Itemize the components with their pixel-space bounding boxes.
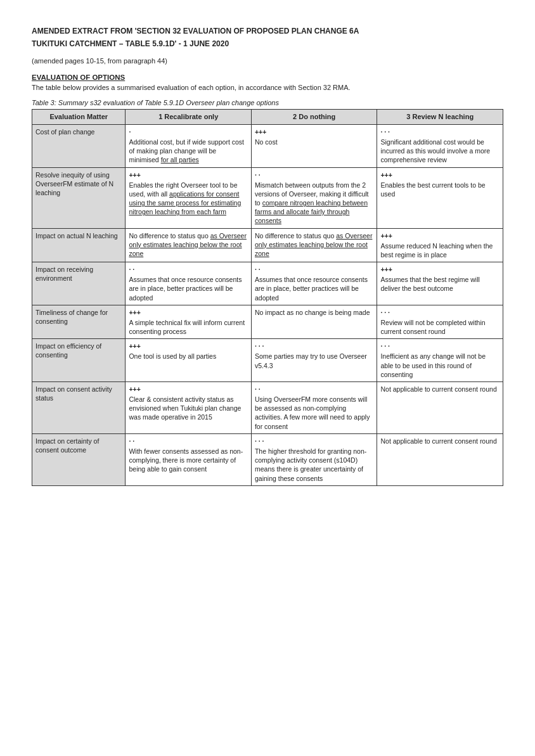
title-line1: AMENDED EXTRACT FROM 'SECTION 32 EVALUAT… [32, 25, 503, 37]
table-row: Impact on consent activity status+++Clea… [32, 381, 503, 433]
cell-col2: · · ·The higher threshold for granting n… [251, 433, 377, 485]
evaluation-table: Evaluation Matter 1 Recalibrate only 2 D… [32, 109, 503, 486]
cell-matter: Impact on actual N leaching [32, 228, 126, 262]
table-row: Timeliness of change for consenting+++A … [32, 305, 503, 339]
cell-matter: Impact on efficiency of consenting [32, 339, 126, 382]
cell-col3: +++Assumes that the best regime will del… [377, 262, 503, 305]
table-row: Impact on actual N leachingNo difference… [32, 228, 503, 262]
amended-note: (amended pages 10-15, from paragraph 44) [32, 57, 503, 65]
cell-matter: Cost of plan change [32, 124, 126, 167]
table-row: Impact on efficiency of consenting+++One… [32, 339, 503, 382]
cell-col3: Not applicable to current consent round [377, 381, 503, 433]
cell-col3: · · ·Inefficient as any change will not … [377, 339, 503, 382]
section-heading: Evaluation of Options [32, 74, 503, 81]
col-header-nothing: 2 Do nothing [251, 110, 377, 125]
cell-col2: · ·Using OverseerFM more consents will b… [251, 381, 377, 433]
cell-col2: · ·Assumes that once resource consents a… [251, 262, 377, 305]
cell-col1: No difference to status quo as Overseer … [126, 228, 252, 262]
table-row: Cost of plan change·Additional cost, but… [32, 124, 503, 167]
table-row: Impact on receiving environment· ·Assume… [32, 262, 503, 305]
cell-col2: +++No cost [251, 124, 377, 167]
cell-col2: · · ·Some parties may try to use Oversee… [251, 339, 377, 382]
cell-col1: · ·With fewer consents assessed as non-c… [126, 433, 252, 485]
cell-col1: +++Enables the right Overseer tool to be… [126, 167, 252, 228]
cell-matter: Impact on receiving environment [32, 262, 126, 305]
cell-col3: · · ·Review will not be completed within… [377, 305, 503, 339]
section-desc: The table below provides a summarised ev… [32, 84, 503, 91]
col-header-review: 3 Review N leaching [377, 110, 503, 125]
cell-col2: No impact as no change is being made [251, 305, 377, 339]
cell-col1: · ·Assumes that once resource consents a… [126, 262, 252, 305]
cell-col1: +++Clear & consistent activity status as… [126, 381, 252, 433]
cell-col3: +++Assume reduced N leaching when the be… [377, 228, 503, 262]
col-header-recalibrate: 1 Recalibrate only [126, 110, 252, 125]
cell-col2: · ·Mismatch between outputs from the 2 v… [251, 167, 377, 228]
main-title: AMENDED EXTRACT FROM 'SECTION 32 EVALUAT… [32, 25, 503, 49]
cell-col3: +++Enables the best current tools to be … [377, 167, 503, 228]
table-row: Resolve inequity of using OverseerFM est… [32, 167, 503, 228]
cell-matter: Impact on consent activity status [32, 381, 126, 433]
table-caption: Table 3: Summary s32 evaluation of Table… [32, 99, 503, 106]
table-row: Impact on certainty of consent outcome· … [32, 433, 503, 485]
title-line2: TUKITUKI CATCHMENT – TABLE 5.9.1D' - 1 J… [32, 38, 503, 49]
cell-col3: Not applicable to current consent round [377, 433, 503, 485]
cell-matter: Impact on certainty of consent outcome [32, 433, 126, 485]
cell-matter: Timeliness of change for consenting [32, 305, 126, 339]
cell-col1: ·Additional cost, but if wide support co… [126, 124, 252, 167]
cell-col1: +++One tool is used by all parties [126, 339, 252, 382]
cell-col2: No difference to status quo as Overseer … [251, 228, 377, 262]
col-header-matter: Evaluation Matter [32, 110, 126, 125]
cell-matter: Resolve inequity of using OverseerFM est… [32, 167, 126, 228]
cell-col1: +++A simple technical fix will inform cu… [126, 305, 252, 339]
cell-col3: · · ·Significant additional cost would b… [377, 124, 503, 167]
